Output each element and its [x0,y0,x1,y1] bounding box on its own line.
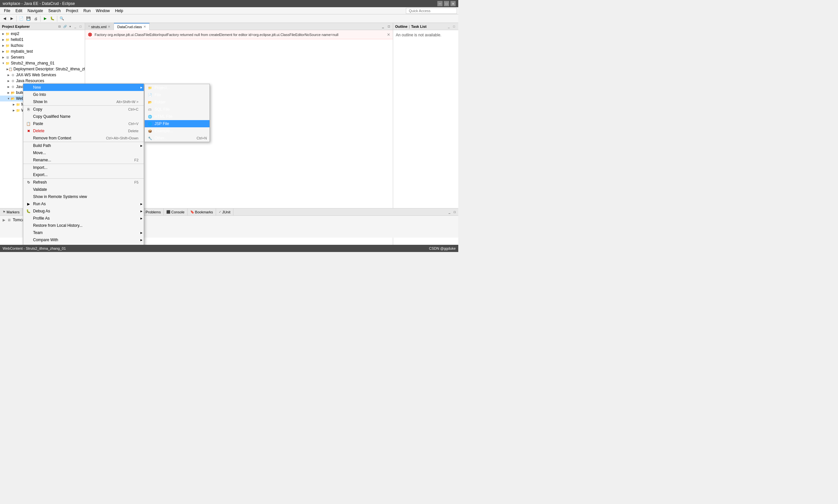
submenu-sql-icon: 🗃 [147,107,153,112]
toolbar-new[interactable]: 📄 [18,15,24,22]
collapse-all-button[interactable]: ⊟ [57,24,62,29]
ctx-refresh[interactable]: ↻ Refresh F5 [23,179,144,186]
tab-struts[interactable]: * struts.xml ✕ [85,23,114,30]
ctx-team[interactable]: Team ▶ [23,229,144,236]
bottom-minimize[interactable]: _ [447,210,452,214]
quick-access-input[interactable] [406,8,457,14]
ctx-source[interactable]: Source ▶ [23,244,144,245]
submenu-example-icon: 📦 [147,128,153,133]
ctx-rename[interactable]: Rename... F2 [23,157,144,164]
right-panel-minimize[interactable]: _ [446,24,451,29]
ctx-showinremote[interactable]: Show in Remote Systems view [23,193,144,200]
ctx-paste[interactable]: 📋 Paste Ctrl+V [23,120,144,127]
close-button[interactable]: ✕ [450,1,456,6]
ctx-new[interactable]: New ▶ 📁 Project... 📄 File 📂 [23,84,144,91]
ctx-compare-icon [26,237,31,242]
right-panel-icons: _ □ [446,24,456,29]
ctx-team-label: Team [33,230,42,235]
tree-item-struts2[interactable]: ▼ 📁 Struts2_ithma_zhang_01 [0,60,85,66]
tree-arrow-jaxws: ▶ [6,73,11,77]
toolbar: ◀ ▶ 📄 💾 🖨 ▶ 🐛 🔍 [0,14,458,23]
maximize-button[interactable]: □ [444,1,449,6]
maximize-panel-button[interactable]: □ [78,24,83,29]
error-bar: ⊗ Factory org.eclipse.jdt.ui.ClassFileEd… [85,30,393,39]
ctx-validate[interactable]: Validate [23,186,144,193]
menu-run[interactable]: Run [81,8,93,14]
menu-window[interactable]: Window [93,8,113,14]
toolbar-back[interactable]: ◀ [1,15,8,22]
ctx-debugas[interactable]: 🐛 Debug As ▶ [23,208,144,215]
menu-file[interactable]: File [1,8,13,14]
tab-junit[interactable]: ✓ JUnit [216,209,233,216]
tree-arrow-servers: ▶ [1,55,5,59]
window-controls[interactable]: ─ □ ✕ [437,1,456,6]
toolbar-forward[interactable]: ▶ [8,15,15,22]
ctx-goto-label: Go Into [33,92,46,97]
submenu-sqlfile[interactable]: 🗃 SQL File [145,106,210,113]
tree-item-deployment[interactable]: ▶ 📋 Deployment Descriptor: Struts2_ithma… [0,66,85,72]
ctx-restorefromlocal[interactable]: Restore from Local History... [23,222,144,229]
ctx-goto[interactable]: Go Into [23,91,144,98]
tab-markers[interactable]: ⚑ Markers [0,209,22,216]
link-editor-button[interactable]: 🔗 [63,24,67,29]
submenu-file-icon: 📄 [147,92,153,97]
ctx-export[interactable]: Export... [23,171,144,178]
submenu-project-label: Project... [155,86,170,90]
tree-item-mybatis[interactable]: ▶ 📁 mybatis_test [0,49,85,54]
submenu-other[interactable]: 🔧 Other... Ctrl+N [145,134,210,142]
toolbar-print[interactable]: 🖨 [32,15,39,22]
menu-navigate[interactable]: Navigate [25,8,46,14]
tree-item-hello01[interactable]: ▶ 📁 hello01 [0,37,85,42]
maximize-editor[interactable]: □ [386,24,392,29]
ctx-team-arrow: ▶ [140,231,142,234]
ctx-import[interactable]: Import... [23,164,144,171]
ctx-validate-label: Validate [33,187,47,192]
submenu-htmlfile[interactable]: 🌐 HTML File [145,113,210,120]
toolbar-run[interactable]: ▶ [42,15,49,22]
tab-console[interactable]: ⬛ Console [164,209,187,216]
tree-item-liuzhou[interactable]: ▶ 📁 liuzhou [0,42,85,49]
bottom-maximize[interactable]: □ [452,210,457,214]
tree-item-exp2[interactable]: ▶ 📁 exp2 [0,31,85,37]
menu-help[interactable]: Help [113,8,126,14]
tab-struts-close[interactable]: ✕ [108,25,110,29]
toolbar-search[interactable]: 🔍 [58,15,65,22]
submenu-example[interactable]: 📦 Example... [145,127,210,134]
ctx-showin[interactable]: Show In Alt+Shift+W > [23,98,144,105]
ctx-removefromcontext[interactable]: Remove from Context Ctrl+Alt+Shift+Down [23,134,144,142]
ctx-copyqualified[interactable]: Copy Qualified Name [23,113,144,120]
ctx-move[interactable]: Move... [23,149,144,157]
toolbar-save[interactable]: 💾 [25,15,32,22]
tab-bookmarks[interactable]: 🔖 Bookmarks [188,209,216,216]
right-panel-maximize[interactable]: □ [452,24,456,29]
tree-item-servers[interactable]: ▶ 🖥 Servers [0,54,85,60]
menu-project[interactable]: Project [63,8,81,14]
tree-item-java-resources[interactable]: ▶ ⚙ Java Resources [0,78,85,84]
error-dismiss[interactable]: ✕ [387,32,390,37]
ctx-buildpath[interactable]: Build Path ▶ [23,142,144,149]
toolbar-debug[interactable]: 🐛 [49,15,56,22]
minimize-button[interactable]: ─ [437,1,443,6]
ctx-showin-shortcut: Alt+Shift+W > [111,100,139,104]
minimize-panel-button[interactable]: _ [73,24,77,29]
submenu-file[interactable]: 📄 File [145,91,210,98]
ctx-comparewith[interactable]: Compare With ▶ [23,236,144,244]
ctx-profileas[interactable]: Profile As ▶ [23,215,144,222]
submenu-project[interactable]: 📁 Project... [145,84,210,91]
menu-edit[interactable]: Edit [13,8,25,14]
tab-datacrud-close[interactable]: ✕ [143,25,146,29]
project-icon-liuzhou: 📁 [5,43,10,48]
ctx-copy[interactable]: ⎘ Copy Ctrl+C [23,106,144,113]
toolbar-sep-1 [16,16,17,22]
view-menu-button[interactable]: ▾ [68,24,72,29]
menu-search[interactable]: Search [46,8,63,14]
minimize-editor[interactable]: _ [380,24,386,29]
submenu-jspfile[interactable]: 🌐 JSP File [145,120,210,127]
tree-item-jaxws[interactable]: ▶ ⚙ JAX-WS Web Services [0,72,85,78]
tree-label-java-resources: Java Resources [16,78,44,83]
ctx-runas[interactable]: ▶ Run As ▶ [23,200,144,208]
submenu-folder[interactable]: 📂 Folder [145,98,210,106]
ctx-delete[interactable]: ✖ Delete Delete [23,127,144,134]
tab-junit-label: JUnit [222,210,230,214]
tab-datacrud[interactable]: DataCrud.class ✕ [114,23,149,30]
